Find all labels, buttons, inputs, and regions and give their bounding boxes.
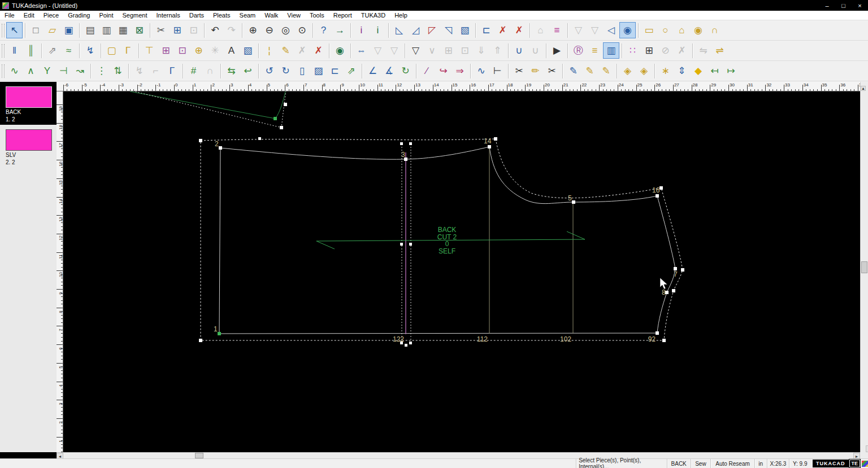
- remove-all-seams-button[interactable]: ✗: [511, 22, 527, 38]
- hook-curve-button[interactable]: ↩: [240, 63, 256, 79]
- close-button[interactable]: ×: [852, 0, 868, 11]
- whats-this-button[interactable]: ?: [315, 22, 332, 38]
- piece-diagonal-button[interactable]: ⇗: [343, 63, 359, 79]
- print-button[interactable]: ▤: [82, 22, 98, 38]
- show-piece-button[interactable]: ▥: [603, 42, 619, 59]
- menu-point[interactable]: Point: [94, 11, 118, 19]
- zip-right-button[interactable]: ↦: [723, 63, 739, 79]
- seam-piece-button[interactable]: ◹: [440, 22, 457, 38]
- pattern-card-button[interactable]: ≡: [549, 22, 565, 38]
- piece-swatch[interactable]: [6, 129, 52, 151]
- seam-arrow-button[interactable]: ▶: [549, 42, 565, 59]
- merge-segment-button[interactable]: ⊣: [55, 63, 72, 79]
- menu-darts[interactable]: Darts: [185, 11, 209, 19]
- zip-left-button[interactable]: ↤: [706, 63, 723, 79]
- measure-box-button[interactable]: #: [185, 63, 202, 79]
- global-info-button[interactable]: i: [370, 22, 386, 38]
- menu-segment[interactable]: Segment: [118, 11, 151, 19]
- smooth-point-button[interactable]: ∿: [6, 63, 23, 79]
- grade-move-button[interactable]: ⇗: [44, 42, 60, 59]
- show-points-button[interactable]: ∷: [624, 42, 641, 59]
- save-file-button[interactable]: ▣: [60, 22, 77, 38]
- grade-hammer-button[interactable]: ⊤: [141, 42, 158, 59]
- corner-right-button[interactable]: Γ: [164, 63, 180, 79]
- text-tool-button[interactable]: A: [223, 42, 240, 59]
- copy-button[interactable]: ⊞: [169, 22, 185, 38]
- split-segment-button[interactable]: Y: [39, 63, 55, 79]
- scroll-up-arrow-icon[interactable]: ▲: [861, 86, 866, 91]
- shape-rectangle-button[interactable]: ▭: [641, 22, 657, 38]
- zoom-selected-button[interactable]: ⊙: [294, 22, 310, 38]
- rotate-ccw-button[interactable]: ↺: [261, 63, 277, 79]
- menu-help[interactable]: Help: [390, 11, 412, 19]
- box-pleat-button[interactable]: ⇕: [674, 63, 690, 79]
- piece-swatch[interactable]: [6, 86, 52, 108]
- seam-corner-button[interactable]: ◸: [424, 22, 440, 38]
- zoom-in-button[interactable]: ⊕: [245, 22, 261, 38]
- cut-segment-button[interactable]: ✂: [511, 63, 527, 79]
- show-list-button[interactable]: ≡: [587, 42, 603, 59]
- align-points-button[interactable]: ⇅: [110, 63, 126, 79]
- pin-tool-button[interactable]: ¦: [261, 42, 277, 59]
- pencil-grade-button[interactable]: ✎: [277, 42, 294, 59]
- minimize-button[interactable]: –: [819, 0, 835, 11]
- dart-new-button[interactable]: ▽: [407, 42, 424, 59]
- pencil-trace-button[interactable]: ✏: [527, 63, 544, 79]
- shape-pentagon-button[interactable]: ⌂: [674, 22, 690, 38]
- open-file-button[interactable]: ▱: [44, 22, 60, 38]
- apex-point-button[interactable]: ∧: [23, 63, 39, 79]
- skew-tool-button[interactable]: ∕: [419, 63, 435, 79]
- plotter-button[interactable]: ▥: [98, 22, 115, 38]
- maximize-button[interactable]: □: [835, 0, 852, 11]
- trace-hand-fill-button[interactable]: ◈: [636, 63, 652, 79]
- walk-forward-button[interactable]: ⇌: [711, 42, 728, 59]
- cut-button[interactable]: ✂: [153, 22, 169, 38]
- mirror-view-button[interactable]: ◁: [603, 22, 619, 38]
- menu-internals[interactable]: Internals: [151, 11, 184, 19]
- trace-hand-button[interactable]: ◈: [619, 63, 636, 79]
- status-reseam[interactable]: Auto Reseam: [710, 459, 754, 468]
- pleat-new-button[interactable]: ∪: [511, 42, 527, 59]
- zoom-out-button[interactable]: ⊖: [261, 22, 277, 38]
- menu-piece[interactable]: Piece: [39, 11, 64, 19]
- image-tool-button[interactable]: ▧: [240, 42, 256, 59]
- grade-corner-button[interactable]: Γ: [120, 42, 136, 59]
- horizontal-scroll-track[interactable]: [63, 453, 853, 458]
- grade-zigzag-button[interactable]: ↯: [82, 42, 98, 59]
- sleeve-piece-partial[interactable]: [130, 91, 287, 129]
- menu-tuka3d[interactable]: TUKA3D: [357, 11, 390, 19]
- show-grid-button[interactable]: ⊞: [641, 42, 657, 59]
- piece-vertical-button[interactable]: ▯: [294, 63, 310, 79]
- grade-target-button[interactable]: ⊕: [190, 42, 207, 59]
- draw-curve-button[interactable]: ✎: [581, 63, 598, 79]
- fold-piece-button[interactable]: ⊏: [478, 22, 494, 38]
- angle-measure-button[interactable]: ∠: [364, 63, 381, 79]
- show-rotation-button[interactable]: Ⓡ: [570, 42, 587, 59]
- draw-zigzag-button[interactable]: ✎: [598, 63, 614, 79]
- grade-button-small-button[interactable]: ⊡: [174, 42, 190, 59]
- toolbar-grip[interactable]: [2, 24, 5, 37]
- toolbar-grip[interactable]: [2, 44, 5, 58]
- turn-piece-button[interactable]: ⇒: [452, 63, 468, 79]
- dart-width-button[interactable]: ⇔: [353, 42, 370, 59]
- menu-report[interactable]: Report: [329, 11, 357, 19]
- grade-button-button[interactable]: ⊞: [158, 42, 174, 59]
- piece-item-slv[interactable]: SLV2. 2: [0, 125, 57, 168]
- move-point-button[interactable]: ↝: [72, 63, 88, 79]
- piece-info-button[interactable]: i: [353, 22, 370, 38]
- remove-seam-button[interactable]: ✗: [494, 22, 511, 38]
- shape-oval-button[interactable]: ○: [657, 22, 674, 38]
- delete-grade-button[interactable]: ✗: [310, 42, 327, 59]
- toggle-seam-view-button[interactable]: ◉: [619, 22, 636, 38]
- excel-export-button[interactable]: ⊠: [131, 22, 147, 38]
- seam-in-button[interactable]: ◺: [391, 22, 407, 38]
- digitizer-button[interactable]: ▦: [115, 22, 131, 38]
- menu-pleats[interactable]: Pleats: [209, 11, 235, 19]
- rotate-point-button[interactable]: ↻: [397, 63, 414, 79]
- browse-help-button[interactable]: →: [332, 22, 348, 38]
- scroll-down-arrow-icon[interactable]: ▼: [866, 445, 868, 452]
- undo-button[interactable]: ↶: [207, 22, 223, 38]
- menu-grading[interactable]: Grading: [63, 11, 94, 19]
- exchange-pieces-button[interactable]: ⇆: [223, 63, 240, 79]
- shape-arch-button[interactable]: ∩: [706, 22, 723, 38]
